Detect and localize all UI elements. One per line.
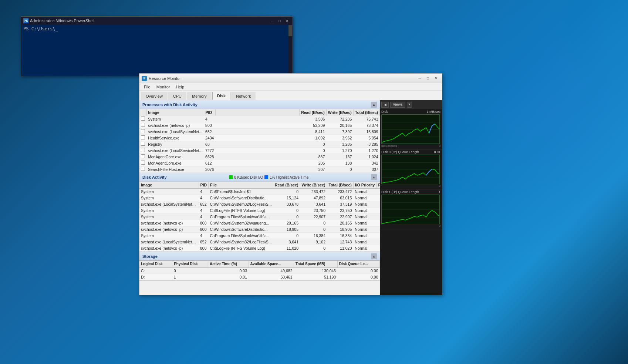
table-row: System 4 C:\$LogFile (NTFS Volume Log) 0… [139,208,380,214]
powershell-maximize-button[interactable]: □ [276,18,283,23]
row-checkbox-2[interactable] [141,129,145,133]
col-st-queue[interactable]: Disk Queue Le... [337,261,379,267]
disk-main-label: Disk [381,110,388,114]
proc-image-3: HealthService.exe [146,135,204,141]
proc-sparkline-3 [215,135,299,141]
tab-disk[interactable]: Disk [212,92,230,100]
col-da-total[interactable]: Total (B/sec) [327,182,353,189]
proc-total-6: 1,024 [353,154,379,160]
resmon-minimize-button[interactable]: ─ [416,75,423,81]
row-checkbox-8[interactable] [141,167,145,171]
col-da-rt[interactable]: Response Time ... [377,182,380,189]
da-read-6: 18,905 [273,226,300,233]
disk1-right-value: 0 [439,224,440,228]
menu-file[interactable]: File [141,84,153,90]
disk0-chart-area [381,155,440,184]
da-write-6: 0 [300,226,327,233]
da-io-8: Normal [353,239,377,245]
proc-image-1: svchost.exe (netsvcs -p) [146,122,204,128]
st-available-0: 49,682 [249,267,294,274]
powershell-scrollbar[interactable] [288,25,293,77]
proc-sparkline-4 [215,141,299,147]
col-da-read[interactable]: Read (B/sec) [273,182,300,189]
col-st-logical[interactable]: Logical Disk [139,261,172,267]
proc-image-2: svchost.exe (LocalSystemNet... [146,128,204,135]
menu-monitor[interactable]: Monitor [153,84,173,90]
section-disk-activity-header[interactable]: Disk Activity 8 KB/sec Disk I/O 1% Highe… [139,173,380,182]
powershell-close-button[interactable]: ✕ [284,18,290,23]
proc-pid-7: 612 [204,160,215,166]
col-image[interactable]: Image [146,109,204,116]
proc-write-5: 1,270 [326,147,353,154]
resmon-main-content: Processes with Disk Activity ▲ Image PID… [139,100,442,295]
tab-overview[interactable]: Overview [141,92,168,100]
col-pid[interactable]: PID [204,109,215,116]
views-dropdown-button[interactable]: ▼ [407,102,412,108]
resmon-titlebar: ⊞ Resource Monitor ─ □ ✕ [139,74,442,83]
tab-memory[interactable]: Memory [187,92,212,100]
powershell-minimize-button[interactable]: ─ [269,18,276,23]
proc-pid-2: 652 [204,128,215,135]
powershell-content[interactable]: PS C:\Users\_ [21,25,293,33]
da-rt-8: 0 [377,239,380,245]
da-total-6: 18,905 [327,226,353,233]
da-io-7: Normal [353,233,377,239]
col-da-image[interactable]: Image [139,182,199,189]
resmon-left-panel: Processes with Disk Activity ▲ Image PID… [139,100,380,295]
resmon-title: Resource Monitor [149,76,181,81]
views-button[interactable]: Views [390,102,405,108]
row-checkbox-0[interactable] [141,117,145,121]
proc-image-8: SearchFilterHost.exe [146,166,204,172]
powershell-title: Administrator: Windows PowerShell [30,18,94,23]
col-da-file[interactable]: File [209,182,273,189]
powershell-icon: PS [23,18,28,23]
da-rt-4: 0 [377,214,380,220]
row-checkbox-5[interactable] [141,148,145,152]
section-disk-activity-collapse[interactable]: ▲ [371,174,377,180]
section-processes-collapse[interactable]: ▲ [371,102,377,108]
proc-write-4: 3,285 [326,141,353,147]
da-read-2: 33,678 [273,201,300,208]
da-pid-2: 652 [199,201,209,208]
row-checkbox-7[interactable] [141,161,145,165]
col-total[interactable]: Total (B/sec) [353,109,379,116]
da-rt-2: 1 [377,201,380,208]
da-write-8: 9,102 [300,239,327,245]
col-check [139,109,146,116]
col-da-write[interactable]: Write (B/sec) [300,182,327,189]
processes-table: Image PID Read (B/sec) Write (B/sec) Tot… [139,109,380,173]
col-st-total[interactable]: Total Space (MB) [294,261,338,267]
tab-network[interactable]: Network [231,92,256,100]
col-read[interactable]: Read (B/sec) [300,109,327,116]
st-queue-0: 0.00 [337,267,379,274]
section-processes-header[interactable]: Processes with Disk Activity ▲ [139,100,380,109]
section-storage-header[interactable]: Storage ▲ [139,252,380,261]
badge-green-icon [229,175,233,179]
col-da-pid[interactable]: PID [199,182,209,189]
disk0-chart-label: Disk 0 (C:) Queue Length 0.01 [381,150,440,154]
powershell-scrollbar-thumb [288,25,292,36]
table-row: svchost.exe (netsvcs -p) 800 53,209 20,1… [139,122,380,128]
col-write[interactable]: Write (B/sec) [326,109,353,116]
proc-pid-1: 800 [204,122,215,128]
proc-write-7: 138 [326,160,353,166]
col-st-available[interactable]: Available Space... [249,261,294,267]
section-storage-collapse[interactable]: ▲ [371,253,377,259]
da-read-1: 15,124 [273,195,300,201]
row-checkbox-3[interactable] [141,135,145,139]
back-button[interactable]: ◀ [381,102,389,108]
resmon-close-button[interactable]: ✕ [432,75,440,81]
row-checkbox-1[interactable] [141,123,145,127]
st-total-1: 51,198 [294,274,338,280]
proc-total-1: 73,374 [353,122,379,128]
menu-help[interactable]: Help [173,84,187,90]
proc-read-2: 8,411 [300,128,327,135]
col-st-active[interactable]: Active Time (%) [208,261,249,267]
resmon-maximize-button[interactable]: □ [424,75,432,81]
da-rt-6: 0 [377,226,380,233]
col-da-io[interactable]: I/O Priority [353,182,377,189]
col-st-physical[interactable]: Physical Disk [172,261,208,267]
row-checkbox-6[interactable] [141,154,145,158]
row-checkbox-4[interactable] [141,142,145,146]
tab-cpu[interactable]: CPU [168,92,186,100]
